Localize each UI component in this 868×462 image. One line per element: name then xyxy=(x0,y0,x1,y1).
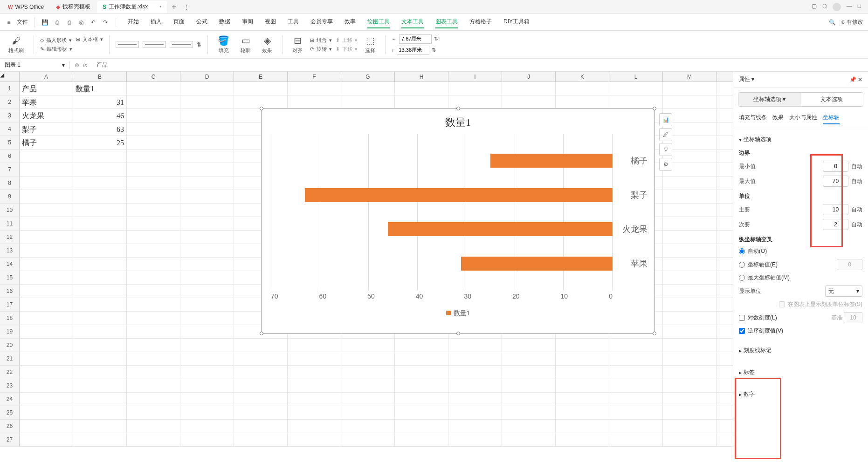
cell[interactable] xyxy=(395,366,448,379)
cell[interactable] xyxy=(234,352,288,365)
row-header[interactable]: 15 xyxy=(0,271,20,284)
cell[interactable]: 25 xyxy=(73,136,127,149)
cell[interactable] xyxy=(73,312,127,325)
cell[interactable] xyxy=(234,82,288,95)
cell[interactable] xyxy=(180,433,234,446)
cell[interactable] xyxy=(20,217,73,230)
cell[interactable] xyxy=(341,406,395,419)
cell[interactable] xyxy=(127,433,180,446)
cell[interactable] xyxy=(20,177,73,190)
cell[interactable] xyxy=(73,339,127,352)
cell[interactable] xyxy=(20,325,73,338)
row-header[interactable]: 14 xyxy=(0,258,20,271)
save-icon[interactable]: 💾 xyxy=(41,18,49,27)
file-menu[interactable]: 文件 xyxy=(17,18,28,26)
menu-item-开始[interactable]: 开始 xyxy=(128,16,139,28)
cell[interactable] xyxy=(663,204,716,217)
menu-item-插入[interactable]: 插入 xyxy=(151,16,162,28)
cell[interactable] xyxy=(127,109,180,122)
chart-styles-icon[interactable]: 🖊 xyxy=(659,128,672,141)
cell[interactable] xyxy=(180,420,234,433)
cell[interactable] xyxy=(127,122,180,136)
undo-icon[interactable]: ↶ xyxy=(89,18,97,27)
cell[interactable]: 46 xyxy=(73,109,127,122)
resize-handle[interactable] xyxy=(260,332,263,335)
group-button[interactable]: ⊞ 组合 ▾ xyxy=(310,37,332,44)
chart-filter-icon[interactable]: ▽ xyxy=(659,143,672,156)
tab-axis-options[interactable]: 坐标轴选项 ▾ xyxy=(738,93,801,106)
cell[interactable] xyxy=(234,379,288,392)
col-header-B[interactable]: B xyxy=(73,72,127,82)
cell[interactable] xyxy=(20,258,73,271)
tab-menu-button[interactable]: ⋮ xyxy=(180,4,193,10)
cell[interactable] xyxy=(663,352,716,365)
row-header[interactable]: 16 xyxy=(0,285,20,298)
cell[interactable] xyxy=(341,393,395,406)
row-header[interactable]: 24 xyxy=(0,393,20,406)
chart-elements-icon[interactable]: 📊 xyxy=(659,113,672,126)
row-header[interactable]: 6 xyxy=(0,149,20,163)
col-header-J[interactable]: J xyxy=(502,72,556,82)
cell[interactable] xyxy=(20,190,73,203)
menu-icon[interactable]: ≡ xyxy=(5,18,13,27)
menu-item-页面[interactable]: 页面 xyxy=(173,16,185,28)
select-all-cell[interactable]: ◢ xyxy=(0,72,20,82)
cell[interactable] xyxy=(127,339,180,352)
format-painter[interactable]: 🖌格式刷 xyxy=(5,35,28,54)
cell[interactable] xyxy=(556,420,609,433)
cell[interactable] xyxy=(20,312,73,325)
row-header[interactable]: 1 xyxy=(0,82,20,95)
row-header[interactable]: 2 xyxy=(0,95,20,109)
cell[interactable] xyxy=(127,366,180,379)
minimize-icon[interactable]: — xyxy=(847,3,852,11)
row-header[interactable]: 26 xyxy=(0,420,20,433)
cell[interactable] xyxy=(341,352,395,365)
cell[interactable] xyxy=(341,82,395,95)
menu-item-图表工具[interactable]: 图表工具 xyxy=(435,16,458,28)
cell[interactable]: 苹果 xyxy=(20,95,73,109)
redo-icon[interactable]: ↷ xyxy=(101,18,110,27)
cell[interactable] xyxy=(609,82,663,95)
cell[interactable] xyxy=(73,433,127,446)
cell[interactable]: 数量1 xyxy=(73,82,127,95)
menu-item-工具[interactable]: 工具 xyxy=(288,16,299,28)
cell[interactable] xyxy=(448,379,502,392)
cell[interactable] xyxy=(448,339,502,352)
cell[interactable]: 梨子 xyxy=(20,122,73,136)
col-header-M[interactable]: M xyxy=(663,72,716,82)
cell[interactable] xyxy=(180,204,234,217)
cell[interactable] xyxy=(73,149,127,163)
cell[interactable] xyxy=(663,379,716,392)
cell[interactable] xyxy=(180,244,234,257)
cell[interactable] xyxy=(448,406,502,419)
cell[interactable] xyxy=(73,163,127,176)
row-header[interactable]: 19 xyxy=(0,325,20,338)
cell[interactable] xyxy=(663,95,716,109)
chart-settings-icon[interactable]: ⚙ xyxy=(659,158,672,171)
maximize-icon[interactable]: □ xyxy=(858,3,861,11)
cell[interactable] xyxy=(341,339,395,352)
cell[interactable] xyxy=(288,339,341,352)
row-header[interactable]: 23 xyxy=(0,379,20,392)
fill-button[interactable]: 🪣填充 xyxy=(214,35,233,54)
cell[interactable] xyxy=(180,122,234,136)
cell[interactable] xyxy=(180,271,234,284)
cell[interactable] xyxy=(73,217,127,230)
cell[interactable] xyxy=(556,339,609,352)
tab-wps[interactable]: WWPS Office xyxy=(2,1,49,13)
cell[interactable] xyxy=(288,352,341,365)
cell[interactable] xyxy=(180,231,234,244)
cell[interactable] xyxy=(73,420,127,433)
cell[interactable] xyxy=(663,339,716,352)
chart-title[interactable]: 数量1 xyxy=(262,109,654,134)
cell[interactable] xyxy=(663,82,716,95)
cell[interactable] xyxy=(556,95,609,109)
cell[interactable] xyxy=(180,136,234,149)
cell[interactable] xyxy=(180,312,234,325)
chart[interactable]: 数量1 橘子梨子火龙果苹果 706050403020100 数量1 📊 🖊 ▽ … xyxy=(261,108,655,334)
search-icon[interactable]: 🔍 xyxy=(828,18,837,27)
cell[interactable] xyxy=(20,244,73,257)
cell[interactable] xyxy=(20,231,73,244)
cell[interactable] xyxy=(663,298,716,311)
row-header[interactable]: 17 xyxy=(0,298,20,311)
